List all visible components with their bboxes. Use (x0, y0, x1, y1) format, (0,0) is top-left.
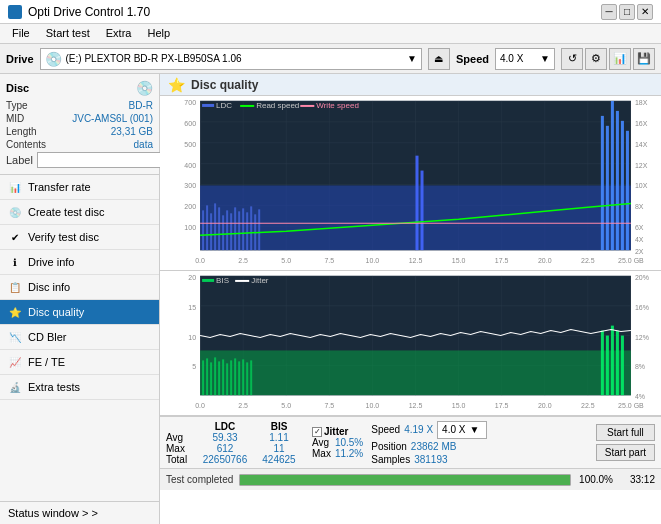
svg-rect-20 (206, 205, 208, 250)
sidebar-item-label-disc-quality: Disc quality (28, 306, 84, 318)
drive-select[interactable]: 💿 (E:) PLEXTOR BD-R PX-LB950SA 1.06 ▼ (40, 48, 422, 70)
maximize-button[interactable]: □ (619, 4, 635, 20)
progress-bar-container: Test completed 100.0% 33:12 (160, 468, 661, 490)
svg-rect-39 (616, 111, 619, 250)
disc-length-label: Length (6, 126, 37, 137)
menubar: File Start test Extra Help (0, 24, 661, 44)
stats-bis-max: 11 (254, 443, 304, 454)
speed-section: Speed 4.19 X 4.0 X ▼ Position 23862 MB S… (371, 421, 487, 465)
start-part-button[interactable]: Start part (596, 444, 655, 461)
sidebar-item-drive-info[interactable]: ℹ Drive info (0, 250, 159, 275)
save-button[interactable]: 💾 (633, 48, 655, 70)
eject-button[interactable]: ⏏ (428, 48, 450, 70)
disc-mid-value: JVC-AMS6L (001) (72, 113, 153, 124)
svg-rect-94 (214, 357, 216, 395)
svg-rect-103 (250, 360, 252, 395)
speed-dropdown[interactable]: 4.0 X ▼ (437, 421, 487, 439)
start-full-button[interactable]: Start full (596, 424, 655, 441)
svg-text:15.0: 15.0 (452, 402, 466, 409)
speed-select[interactable]: 4.0 X ▼ (495, 48, 555, 70)
svg-text:100: 100 (184, 224, 196, 231)
svg-rect-108 (621, 336, 624, 396)
menu-extra[interactable]: Extra (98, 26, 140, 41)
sidebar-item-create-test-disc[interactable]: 💿 Create test disc (0, 200, 159, 225)
svg-rect-23 (218, 207, 220, 250)
sidebar-item-transfer-rate[interactable]: 📊 Transfer rate (0, 175, 159, 200)
sidebar-item-extra-tests[interactable]: 🔬 Extra tests (0, 375, 159, 400)
refresh-button[interactable]: ↺ (561, 48, 583, 70)
svg-rect-28 (238, 211, 240, 250)
svg-text:Write speed: Write speed (316, 101, 359, 110)
jitter-label: Jitter (324, 426, 348, 437)
svg-rect-102 (246, 362, 248, 395)
stats-ldc-avg: 59.33 (200, 432, 250, 443)
titlebar: Opti Drive Control 1.70 ─ □ ✕ (0, 0, 661, 24)
menu-help[interactable]: Help (139, 26, 178, 41)
main-area: Disc 💿 Type BD-R MID JVC-AMS6L (001) Len… (0, 74, 661, 524)
svg-rect-31 (250, 206, 252, 250)
sidebar-item-disc-info[interactable]: 📋 Disc info (0, 275, 159, 300)
stats-panel: LDC BIS Avg 59.33 1.11 Max 612 11 Total … (160, 416, 661, 468)
titlebar-controls: ─ □ ✕ (601, 4, 653, 20)
disc-mid-row: MID JVC-AMS6L (001) (6, 113, 153, 124)
disc-length-value: 23,31 GB (111, 126, 153, 137)
svg-text:8X: 8X (635, 203, 644, 210)
speed-value: 4.0 X (500, 53, 523, 64)
status-window-label: Status window > > (8, 507, 98, 519)
sidebar-item-cd-bler[interactable]: 📉 CD Bler (0, 325, 159, 350)
chart-button[interactable]: 📊 (609, 48, 631, 70)
svg-text:25.0 GB: 25.0 GB (618, 402, 644, 409)
disc-label-input[interactable] (37, 152, 166, 168)
close-button[interactable]: ✕ (637, 4, 653, 20)
svg-rect-105 (606, 336, 609, 396)
menu-file[interactable]: File (4, 26, 38, 41)
status-window[interactable]: Status window > > (0, 501, 159, 524)
stats-bis-header: BIS (254, 421, 304, 432)
svg-text:7.5: 7.5 (324, 257, 334, 264)
svg-rect-69 (202, 104, 214, 107)
svg-text:17.5: 17.5 (495, 257, 509, 264)
verify-test-disc-icon: ✔ (8, 230, 22, 244)
app-icon (8, 5, 22, 19)
stats-bis-total: 424625 (254, 454, 304, 465)
svg-rect-40 (621, 121, 624, 250)
speed-section-label: Speed (371, 424, 400, 435)
sidebar-item-disc-quality[interactable]: ⭐ Disc quality (0, 300, 159, 325)
sidebar-item-verify-test-disc[interactable]: ✔ Verify test disc (0, 225, 159, 250)
sidebar-item-label-cd-bler: CD Bler (28, 331, 67, 343)
svg-text:14X: 14X (635, 141, 648, 148)
svg-rect-107 (616, 331, 619, 396)
sidebar-item-fe-te[interactable]: 📈 FE / TE (0, 350, 159, 375)
disc-mid-label: MID (6, 113, 24, 124)
svg-text:2X: 2X (635, 248, 644, 255)
sidebar-item-label-fe-te: FE / TE (28, 356, 65, 368)
svg-rect-26 (230, 213, 232, 250)
svg-rect-106 (611, 326, 614, 396)
svg-text:500: 500 (184, 141, 196, 148)
svg-rect-35 (421, 171, 424, 251)
svg-text:10: 10 (188, 334, 196, 341)
stats-ldc-total: 22650766 (200, 454, 250, 465)
disc-type-label: Type (6, 100, 28, 111)
speed-dropdown-value: 4.0 X (442, 424, 465, 435)
svg-rect-97 (226, 363, 228, 395)
minimize-button[interactable]: ─ (601, 4, 617, 20)
speed-section-value: 4.19 X (404, 424, 433, 435)
svg-text:12X: 12X (635, 162, 648, 169)
svg-rect-100 (238, 361, 240, 395)
svg-text:25.0 GB: 25.0 GB (618, 257, 644, 264)
jitter-max-label: Max (312, 448, 331, 459)
svg-text:300: 300 (184, 182, 196, 189)
svg-text:12.5: 12.5 (409, 257, 423, 264)
svg-rect-30 (246, 212, 248, 250)
toolbar-icons: ↺ ⚙ 📊 💾 (561, 48, 655, 70)
jitter-checkbox[interactable]: ✓ (312, 427, 322, 437)
menu-start-test[interactable]: Start test (38, 26, 98, 41)
disc-label-row: Label 🔍 (6, 152, 153, 168)
disc-type-row: Type BD-R (6, 100, 153, 111)
svg-text:15.0: 15.0 (452, 257, 466, 264)
drive-info-icon: ℹ (8, 255, 22, 269)
svg-text:16X: 16X (635, 120, 648, 127)
sidebar-item-label-transfer-rate: Transfer rate (28, 181, 91, 193)
settings-button[interactable]: ⚙ (585, 48, 607, 70)
